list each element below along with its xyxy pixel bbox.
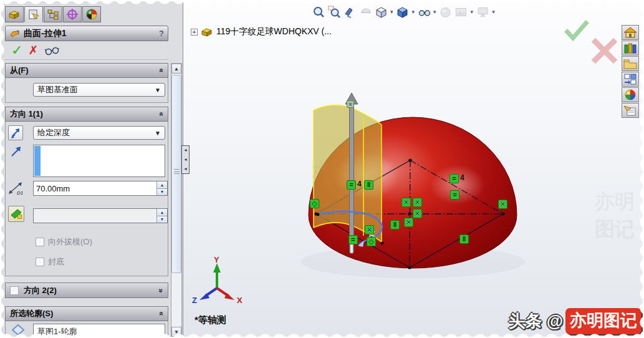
depth-input-wrap: ▲▼ [33,181,168,196]
tab-configuration-manager[interactable] [44,6,62,22]
draft-button[interactable] [8,206,24,222]
edit-appearance-icon[interactable] [439,5,453,19]
view-settings-icon[interactable] [476,5,489,19]
depth-input[interactable] [34,181,156,195]
tab-display-manager[interactable] [82,6,101,22]
watermark-prefix: 头条 @ [508,310,563,332]
section-view-icon[interactable] [358,5,372,19]
cap-end-checkbox[interactable] [36,258,44,266]
section-direction2-header[interactable]: 方向 2(2) » [5,282,168,298]
relation-badge[interactable]: × [404,218,413,227]
dropdown-caret-icon: ▼ [155,87,161,94]
spinner-up-icon[interactable]: ▲ [157,181,167,188]
depth-spinner[interactable]: ▲▼ [156,181,167,195]
relation-badge[interactable]: × [365,225,374,234]
start-condition-dropdown[interactable]: 草图基准面 ▼ [33,83,165,97]
spinner-up-icon[interactable]: ▲ [157,209,167,216]
dropdown-caret-icon: ▼ [155,130,161,137]
section-direction1-body: 给定深度 ▼ D1 ▲▼ ▲▼ [5,122,168,276]
resources-home-icon[interactable] [622,25,639,40]
relation-badge[interactable]: = [449,174,459,183]
zoom-to-fit-icon[interactable] [312,5,325,19]
view-orientation-caret[interactable]: ▾ [390,9,393,15]
selected-contours-listbox[interactable]: 草图1-轮廓 [33,324,165,337]
spinner-down-icon[interactable]: ▼ [157,188,167,196]
apply-scene-icon[interactable] [454,5,468,19]
triad-x-label: X [237,296,243,305]
design-library-icon[interactable] [622,41,639,56]
scroll-down-icon[interactable]: ▼ [171,327,181,337]
apply-scene-caret[interactable]: ▾ [471,9,474,15]
appearances-scenes-icon[interactable] [622,87,639,102]
view-settings-caret[interactable]: ▾ [492,9,495,15]
end-condition-dropdown[interactable]: 给定深度 ▼ [33,126,165,140]
section-direction1-header[interactable]: 方向 1(1) » [5,107,168,122]
tab-feature-manager[interactable] [5,6,24,22]
confirmation-ok-icon[interactable] [564,20,589,41]
relation-badge[interactable]: = [347,180,356,190]
file-explorer-icon[interactable] [622,56,639,71]
splitter-arrow-icon: ◂ [184,167,186,171]
display-style-icon[interactable] [396,5,410,19]
feature-title-bar: 曲面-拉伸1 ? [5,26,168,41]
pm-actions: ✓ ✗ [5,41,168,60]
relation-badge[interactable]: ‖ [390,220,400,229]
draft-angle-input[interactable] [34,209,156,223]
relation-badge[interactable]: × [401,198,411,207]
custom-properties-icon[interactable] [622,103,639,118]
tree-expand-icon[interactable]: + [191,29,198,36]
hide-show-items-caret[interactable]: ▾ [433,9,436,15]
relation-badge[interactable]: × [498,200,507,209]
draft-angle-input-wrap: ▲▼ [33,208,168,223]
panel-scrollbar[interactable]: ▲ ▼ [171,63,182,337]
section-from-header[interactable]: 从(F) » [5,63,168,78]
help-icon[interactable]: ? [159,29,164,38]
contour-icon [11,324,26,336]
tree-root-label[interactable]: 119十字纹足球WDHQKXV (... [216,26,332,37]
draft-outward-checkbox[interactable] [36,238,44,246]
relation-badge[interactable]: = [348,235,358,244]
section-contours-header[interactable]: 所选轮廓(S) » [5,306,168,321]
direction-reference-listbox[interactable] [33,145,165,177]
cancel-button[interactable]: ✗ [28,44,38,57]
relation-badge[interactable]: ◇ [367,237,376,246]
tab-property-manager[interactable] [24,6,43,22]
relation-badge[interactable]: × [413,209,422,218]
relation-badge[interactable]: × [413,198,422,207]
display-style-caret[interactable]: ▾ [412,9,415,15]
collapse-chevron-icon[interactable]: » [157,112,166,117]
part-icon [201,26,213,37]
view-orientation-icon[interactable] [374,5,388,19]
graphics-viewport[interactable]: 亦明图记 亦明图记 [183,1,643,337]
ok-button[interactable]: ✓ [11,44,22,57]
collapse-chevron-icon[interactable]: » [157,312,166,316]
hide-show-items-icon[interactable] [417,5,431,19]
splitter-arrow-icon: ◂ [184,158,186,162]
draft-spinner[interactable]: ▲▼ [156,209,167,223]
zoom-to-area-icon[interactable] [327,5,341,19]
scroll-up-icon[interactable]: ▲ [171,64,181,74]
section-from-body: 草图基准面 ▼ [5,78,168,103]
selected-contour-item[interactable]: 草图1-轮廓 [37,327,77,336]
detailed-preview-button[interactable] [44,45,60,56]
relation-badge[interactable]: ≡ [347,100,354,108]
confirmation-cancel-icon[interactable] [591,37,618,65]
spinner-down-icon[interactable]: ▼ [157,216,167,223]
previous-view-icon[interactable] [343,5,357,19]
tab-dimxpert-manager[interactable] [63,6,82,22]
draft-outward-label: 向外拔模(O) [48,236,92,248]
relation-badge[interactable]: = [450,190,459,200]
relation-badge[interactable]: ‖ [364,180,373,190]
scrollbar-thumb[interactable] [171,75,181,273]
collapse-chevron-icon[interactable]: » [157,69,166,73]
expand-chevron-icon[interactable]: » [157,288,166,292]
relation-badge[interactable]: ◇ [310,199,319,208]
relation-badge[interactable]: ‖ [459,234,469,244]
direction2-checkbox[interactable] [10,286,19,295]
view-palette-icon[interactable] [622,72,639,87]
panel-splitter-handle[interactable]: ◂ ◂ ◂ [181,145,190,174]
triad-z-label: Z [192,296,197,305]
cap-end-label: 封底 [48,256,64,268]
reverse-direction-button[interactable] [8,125,23,140]
start-condition-value: 草图基准面 [37,84,78,95]
